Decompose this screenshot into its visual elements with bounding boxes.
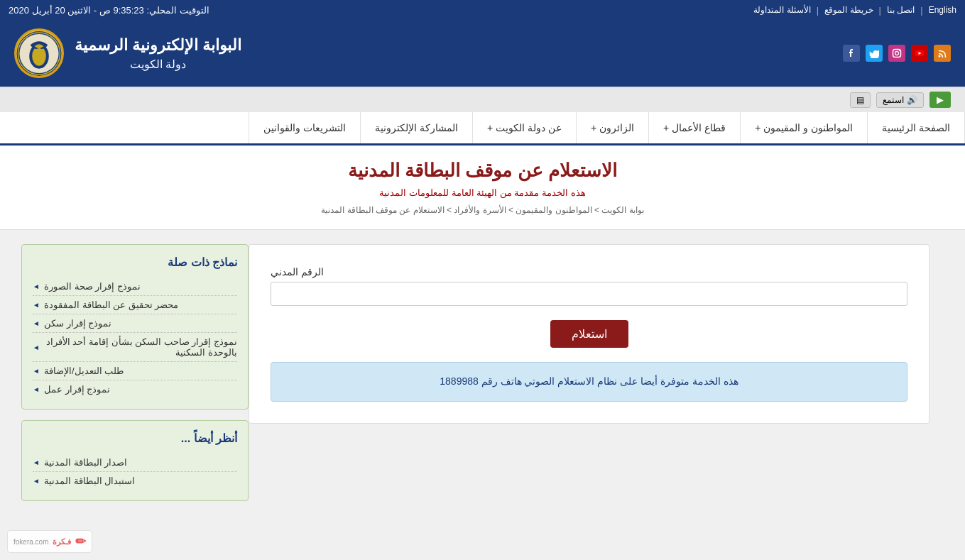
main-content: الرقم المدني استعلام هذه الخدمة متوفرة أ…: [249, 244, 929, 501]
sidebar-link-0[interactable]: نموذج إقرار صحة الصورة ◄: [33, 278, 237, 296]
youtube-icon[interactable]: [911, 45, 928, 62]
sitemap-link[interactable]: خريطة الموقع: [824, 5, 873, 15]
page-header: الاستعلام عن موقف البطاقة المدنية هذه ال…: [0, 146, 965, 230]
info-box: هذه الخدمة متوفرة أيضا على نظام الاستعلا…: [271, 362, 907, 402]
accessibility-settings-button[interactable]: ▤: [850, 92, 871, 108]
kuwait-emblem: [14, 28, 64, 78]
breadcrumb: بوابة الكويت > المواطنون والمقيمون > الأ…: [21, 205, 944, 215]
nav-label-about: عن دولة الكويت: [496, 122, 562, 133]
svg-point-4: [895, 52, 899, 55]
civil-id-label: الرقم المدني: [271, 266, 324, 278]
nav-label-home: الصفحة الرئيسية: [882, 122, 950, 133]
play-icon: ▶: [937, 94, 944, 105]
play-button[interactable]: ▶: [929, 92, 951, 108]
sidebar-link-1[interactable]: محضر تحقيق عن البطاقة المفقودة ◄: [33, 296, 237, 314]
bullet-3: ◄: [33, 344, 40, 351]
sidebar-link-5[interactable]: نموذج إقرار عمل ◄: [33, 380, 237, 398]
instagram-icon[interactable]: [888, 45, 905, 62]
sidebar-link-4[interactable]: طلب التعديل/الإضافة ◄: [33, 362, 237, 380]
form-box: الرقم المدني استعلام هذه الخدمة متوفرة أ…: [249, 244, 929, 424]
settings-icon: ▤: [856, 95, 864, 105]
sidebar: نماذج ذات صلة نموذج إقرار صحة الصورة ◄ م…: [21, 244, 249, 501]
bullet-1: ◄: [33, 301, 40, 309]
nav-label-citizens: المواطنون و المقيمون: [763, 122, 853, 133]
site-header: البوابة الإلكترونية الرسمية دولة الكويت: [0, 20, 965, 87]
accessibility-bar: ▶ 🔊 استمع ▤: [0, 87, 965, 112]
site-title-main: البوابة الإلكترونية الرسمية: [75, 36, 241, 55]
sidebar-link-text-3: نموذج إقرار صاحب السكن بشأن إقامة أحد ال…: [44, 336, 237, 358]
nav-label-legislation: التشريعات والقوانين: [263, 122, 346, 133]
nav-item-legislation[interactable]: التشريعات والقوانين: [249, 112, 360, 143]
nav-item-home[interactable]: الصفحة الرئيسية: [867, 112, 965, 143]
bullet-0: ◄: [33, 282, 40, 290]
nav-plus-citizens: +: [755, 122, 760, 133]
sidebar-link-text-0: نموذج إقرار صحة الصورة: [44, 281, 141, 292]
related-forms-box: نماذج ذات صلة نموذج إقرار صحة الصورة ◄ م…: [21, 244, 249, 410]
also-title: أنظر أيضاً ...: [33, 432, 237, 445]
header-right: البوابة الإلكترونية الرسمية دولة الكويت: [14, 28, 241, 78]
bullet-2: ◄: [33, 319, 40, 327]
twitter-icon[interactable]: [866, 45, 883, 62]
faq-link[interactable]: الأسئلة المتداولة: [753, 5, 810, 15]
bullet-5: ◄: [33, 385, 40, 393]
svg-point-9: [32, 46, 46, 66]
also-bullet-0: ◄: [33, 459, 40, 466]
speaker-icon: 🔊: [907, 95, 917, 105]
facebook-icon[interactable]: [843, 45, 860, 62]
top-bar: English | اتصل بنا | خريطة الموقع | الأس…: [0, 0, 965, 20]
lang-english-link[interactable]: English: [929, 5, 956, 15]
nav-item-visitors[interactable]: الزائرون +: [576, 112, 648, 143]
sidebar-link-text-2: نموذج إقرار سكن: [44, 318, 111, 329]
inquiry-button[interactable]: استعلام: [550, 320, 628, 348]
listen-button[interactable]: 🔊 استمع: [876, 92, 924, 108]
top-bar-right: التوقيت المحلي: 9:35:23 ص - الاثنين 20 أ…: [9, 5, 209, 16]
civil-id-input[interactable]: [271, 282, 907, 306]
rss-icon[interactable]: [934, 45, 951, 62]
sidebar-link-3[interactable]: نموذج إقرار صاحب السكن بشأن إقامة أحد ال…: [33, 333, 237, 362]
nav-plus-business: +: [663, 122, 669, 133]
bullet-4: ◄: [33, 367, 40, 375]
breadcrumb-text: بوابة الكويت > المواطنون والمقيمون > الأ…: [321, 205, 643, 215]
nav-item-about[interactable]: عن دولة الكويت +: [472, 112, 576, 143]
sidebar-link-text-1: محضر تحقيق عن البطاقة المفقودة: [44, 300, 178, 310]
nav-item-participation[interactable]: المشاركة الإلكترونية: [360, 112, 472, 143]
also-box: أنظر أيضاً ... اصدار البطاقة المدنية ◄ ا…: [21, 420, 249, 501]
nav-label-business: قطاع الأعمال: [672, 122, 726, 133]
site-title: البوابة الإلكترونية الرسمية دولة الكويت: [75, 36, 241, 71]
nav-item-citizens[interactable]: المواطنون و المقيمون +: [740, 112, 867, 143]
page-title: الاستعلام عن موقف البطاقة المدنية: [21, 160, 944, 182]
civil-id-group: الرقم المدني: [271, 266, 907, 306]
also-link-text-1: استبدال البطاقة المدنية: [44, 476, 135, 486]
also-bullet-1: ◄: [33, 477, 40, 485]
contact-link[interactable]: اتصل بنا: [887, 5, 915, 15]
social-icons: [843, 45, 951, 62]
header-left: [843, 45, 951, 62]
also-link-0[interactable]: اصدار البطاقة المدنية ◄: [33, 454, 237, 472]
main-nav: الصفحة الرئيسية المواطنون و المقيمون + ق…: [0, 112, 965, 146]
sidebar-link-text-4: طلب التعديل/الإضافة: [44, 366, 124, 376]
sidebar-link-2[interactable]: نموذج إقرار سكن ◄: [33, 314, 237, 333]
nav-plus-visitors: +: [591, 122, 596, 133]
sidebar-link-text-5: نموذج إقرار عمل: [44, 384, 110, 395]
also-link-text-0: اصدار البطاقة المدنية: [44, 457, 127, 468]
nav-plus-about: +: [487, 122, 493, 133]
also-link-1[interactable]: استبدال البطاقة المدنية ◄: [33, 472, 237, 490]
svg-point-5: [899, 50, 900, 52]
site-title-sub: دولة الكويت: [75, 57, 241, 71]
listen-label: استمع: [883, 95, 904, 105]
datetime-display: التوقيت المحلي: 9:35:23 ص - الاثنين 20 أ…: [9, 5, 209, 16]
nav-label-participation: المشاركة الإلكترونية: [375, 122, 458, 133]
nav-label-visitors: الزائرون: [599, 122, 634, 133]
page-subtitle: هذه الخدمة مقدمة من الهيئة العامة للمعلو…: [21, 187, 944, 198]
nav-item-business[interactable]: قطاع الأعمال +: [648, 112, 740, 143]
svg-point-0: [939, 55, 941, 57]
top-bar-left: English | اتصل بنا | خريطة الموقع | الأس…: [753, 5, 956, 16]
related-forms-title: نماذج ذات صلة: [33, 256, 237, 269]
content-wrapper: الرقم المدني استعلام هذه الخدمة متوفرة أ…: [0, 230, 965, 515]
